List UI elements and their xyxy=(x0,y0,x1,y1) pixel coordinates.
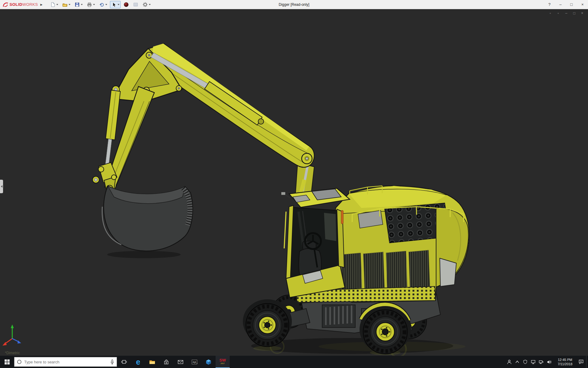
logo-text: SOLIDWORKS xyxy=(9,2,38,7)
display-icon xyxy=(531,360,536,364)
doc-minimize-icon[interactable]: – xyxy=(564,11,568,15)
console-icon: &gt;_ xyxy=(192,360,197,364)
taskbar-clock[interactable]: 12:45 PM 7/11/2018 xyxy=(553,358,577,366)
float-pane-icon[interactable]: ▫ xyxy=(548,11,552,15)
titlebar: SOLIDWORKS ▶ xyxy=(0,0,588,9)
bucket xyxy=(102,186,193,258)
view-orientation-label: *Dimetric xyxy=(5,351,20,355)
file-explorer-icon xyxy=(149,359,155,365)
microphone-icon[interactable] xyxy=(110,359,114,364)
clock-date: 7/11/2018 xyxy=(553,362,577,366)
shield-icon xyxy=(523,359,527,364)
design-table-button[interactable] xyxy=(132,1,140,8)
chevron-left-icon xyxy=(1,185,2,188)
chevron-up-icon xyxy=(515,360,519,363)
model-canvas[interactable] xyxy=(0,9,588,356)
floor-reflections xyxy=(251,338,466,356)
task-pane-tab[interactable] xyxy=(0,180,3,193)
solidworks-icon: SW 2017 xyxy=(220,358,226,365)
action-center-button[interactable] xyxy=(577,356,585,368)
front-right-wheel xyxy=(363,310,407,354)
3d-cube-icon xyxy=(206,359,211,365)
new-document-icon xyxy=(50,2,55,7)
store-icon xyxy=(164,359,169,365)
close-button[interactable]: × xyxy=(577,0,588,9)
boom-arm-assembly xyxy=(92,44,314,199)
windows-taskbar: e &gt;_ SW 2017 xyxy=(0,356,588,368)
options-button[interactable] xyxy=(141,1,152,8)
document-window-controls: ▫ ▫ – □ × xyxy=(548,11,584,15)
system-tray: 12:45 PM 7/11/2018 xyxy=(505,356,588,368)
options-gear-icon xyxy=(142,2,148,7)
network-button[interactable] xyxy=(537,356,545,368)
search-input[interactable] xyxy=(24,360,108,364)
console-button[interactable]: &gt;_ xyxy=(187,356,202,368)
minimize-button[interactable]: – xyxy=(555,0,566,9)
taskbar-search[interactable] xyxy=(14,357,117,367)
undo-button[interactable] xyxy=(98,1,108,8)
undo-icon xyxy=(99,2,104,7)
solidworks-taskbar-button[interactable]: SW 2017 xyxy=(216,356,230,368)
tray-overflow-button[interactable] xyxy=(513,356,521,368)
windows-logo-icon xyxy=(5,359,10,365)
3d-builder-button[interactable] xyxy=(202,356,216,368)
pin-pane-icon[interactable]: ▫ xyxy=(556,11,560,15)
show-desktop-button[interactable] xyxy=(586,356,588,368)
toolbar-expand-arrow[interactable]: ▶ xyxy=(40,3,43,6)
new-document-button[interactable] xyxy=(49,1,59,8)
open-folder-icon xyxy=(62,2,68,7)
graphics-viewport[interactable]: ▫ ▫ – □ × *Dimetric xyxy=(0,9,588,356)
window-controls: ? – □ × xyxy=(544,0,588,9)
cortana-icon xyxy=(17,359,22,364)
edge-icon: e xyxy=(136,358,140,366)
quick-access-toolbar xyxy=(49,1,152,8)
mail-icon xyxy=(178,360,183,364)
doc-close-icon[interactable]: × xyxy=(580,11,584,15)
mail-button[interactable] xyxy=(173,356,187,368)
solidworks-logo: SOLIDWORKS xyxy=(2,2,38,7)
security-tray-button[interactable] xyxy=(521,356,529,368)
reference-triad[interactable] xyxy=(2,321,29,351)
file-explorer-button[interactable] xyxy=(145,356,159,368)
task-view-icon xyxy=(121,359,127,364)
edge-button[interactable]: e xyxy=(131,356,145,368)
volume-button[interactable] xyxy=(545,356,553,368)
appearance-sphere-button[interactable] xyxy=(122,1,130,8)
network-icon xyxy=(539,360,544,364)
start-button[interactable] xyxy=(0,356,14,368)
front-left-wheel xyxy=(246,304,289,347)
select-tool-button[interactable] xyxy=(110,1,121,8)
design-table-icon xyxy=(133,2,138,7)
action-center-icon xyxy=(579,359,584,364)
sphere-icon xyxy=(123,2,129,7)
clock-time: 12:45 PM xyxy=(553,358,577,362)
doc-restore-icon[interactable]: □ xyxy=(572,11,576,15)
hardware-tray-button[interactable] xyxy=(529,356,537,368)
task-view-button[interactable] xyxy=(117,356,131,368)
store-button[interactable] xyxy=(159,356,173,368)
maximize-button[interactable]: □ xyxy=(566,0,577,9)
save-floppy-icon xyxy=(74,2,80,7)
select-cursor-icon xyxy=(111,2,117,7)
save-button[interactable] xyxy=(73,1,84,8)
help-button[interactable]: ? xyxy=(544,0,555,9)
document-title: Digger [Read-only] xyxy=(279,0,309,9)
people-button[interactable] xyxy=(505,356,513,368)
print-icon xyxy=(87,2,92,7)
people-icon xyxy=(507,359,512,364)
volume-icon xyxy=(547,360,552,364)
print-button[interactable] xyxy=(85,1,96,8)
open-button[interactable] xyxy=(61,1,72,8)
ds-logo-icon xyxy=(2,2,9,7)
